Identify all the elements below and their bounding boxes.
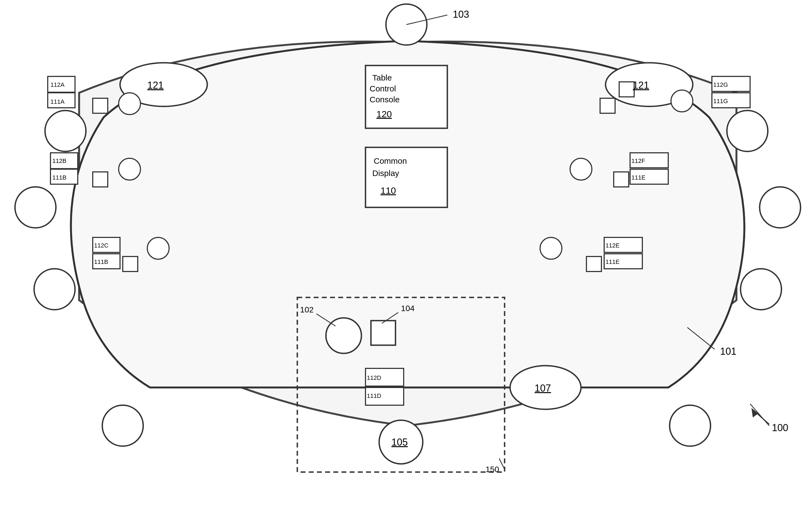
svg-rect-18	[93, 172, 108, 187]
svg-text:Common: Common	[374, 156, 407, 165]
diagram-svg: 103 Table Control Console 120 Common Dis…	[0, 0, 812, 522]
svg-point-42	[671, 90, 693, 112]
svg-rect-14	[93, 98, 108, 113]
svg-point-9	[727, 111, 768, 152]
svg-text:Console: Console	[370, 95, 400, 104]
svg-text:Control: Control	[370, 84, 396, 93]
svg-text:111D: 111D	[367, 393, 381, 399]
svg-text:104: 104	[401, 304, 415, 313]
svg-text:112B: 112B	[53, 157, 66, 164]
svg-point-7	[741, 269, 782, 310]
svg-text:111B: 111B	[94, 258, 108, 265]
diagram-container: 103 Table Control Console 120 Common Dis…	[0, 0, 812, 522]
svg-rect-32	[586, 257, 601, 272]
svg-point-5	[102, 405, 143, 446]
svg-point-33	[540, 237, 562, 259]
svg-rect-28	[371, 321, 396, 345]
svg-point-2	[45, 111, 86, 152]
svg-text:112D: 112D	[367, 374, 381, 381]
svg-text:111A: 111A	[50, 98, 65, 105]
svg-text:Table: Table	[372, 73, 392, 82]
svg-text:121: 121	[147, 80, 164, 91]
svg-text:105: 105	[391, 437, 408, 448]
svg-text:Display: Display	[372, 169, 399, 178]
svg-point-19	[119, 158, 141, 180]
svg-text:112C: 112C	[94, 242, 108, 249]
svg-point-37	[570, 158, 592, 180]
svg-text:107: 107	[535, 383, 551, 394]
svg-text:121: 121	[633, 80, 649, 91]
svg-text:111E: 111E	[605, 258, 620, 265]
svg-text:150: 150	[485, 465, 499, 474]
svg-text:111B: 111B	[53, 174, 66, 181]
svg-point-15	[119, 93, 141, 115]
svg-point-4	[34, 269, 75, 310]
svg-rect-40	[600, 98, 615, 113]
svg-text:111G: 111G	[713, 98, 728, 104]
svg-text:100: 100	[772, 422, 788, 433]
svg-text:112E: 112E	[605, 242, 620, 249]
svg-text:110: 110	[380, 185, 396, 196]
svg-text:120: 120	[376, 109, 392, 119]
svg-text:102: 102	[300, 305, 314, 314]
svg-text:103: 103	[453, 9, 469, 20]
svg-text:111E: 111E	[631, 174, 645, 181]
svg-point-3	[15, 187, 56, 228]
svg-rect-22	[123, 257, 138, 272]
svg-point-23	[147, 237, 169, 259]
svg-text:112A: 112A	[50, 81, 65, 88]
svg-rect-36	[614, 172, 629, 187]
svg-text:112G: 112G	[713, 81, 728, 88]
svg-rect-41	[619, 82, 634, 97]
svg-text:101: 101	[720, 346, 736, 357]
svg-point-8	[759, 187, 800, 228]
svg-text:112F: 112F	[631, 157, 645, 164]
svg-point-6	[670, 405, 710, 446]
